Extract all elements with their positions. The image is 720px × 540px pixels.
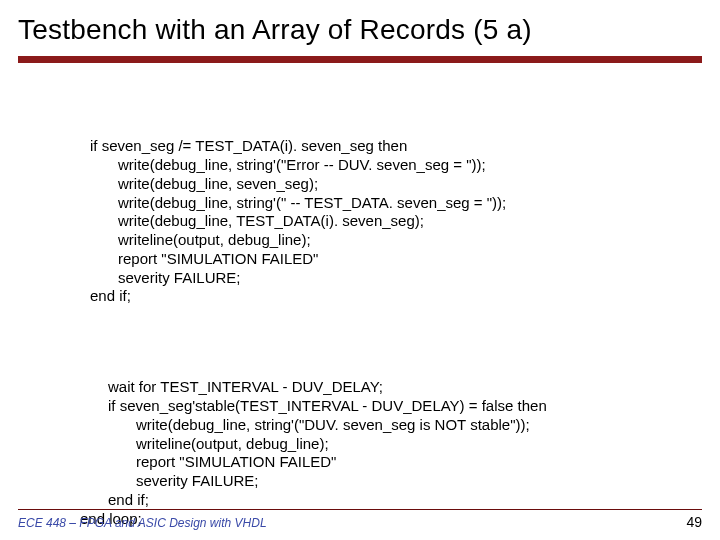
code-group-1: if seven_seg /= TEST_DATA(i). seven_seg …	[90, 119, 720, 307]
slide: Testbench with an Array of Records (5 a)…	[0, 0, 720, 540]
code-line: end if;	[90, 287, 131, 304]
title-rule	[18, 56, 702, 63]
code-line: write(debug_line, string'("DUV. seven_se…	[80, 416, 720, 435]
code-line: wait for TEST_INTERVAL - DUV_DELAY;	[80, 378, 720, 397]
code-block: if seven_seg /= TEST_DATA(i). seven_seg …	[0, 63, 720, 540]
code-line: end if;	[80, 491, 720, 510]
code-line: writeline(output, debug_line);	[80, 435, 720, 454]
footer: ECE 448 – FPGA and ASIC Design with VHDL…	[18, 514, 702, 530]
code-line: write(debug_line, string'("Error -- DUV.…	[90, 156, 720, 175]
slide-title: Testbench with an Array of Records (5 a)	[0, 0, 720, 56]
page-number: 49	[686, 514, 702, 530]
code-line: report "SIMULATION FAILED"	[90, 250, 720, 269]
footer-course: ECE 448 – FPGA and ASIC Design with VHDL	[18, 516, 267, 530]
code-line: write(debug_line, seven_seg);	[90, 175, 720, 194]
code-line: write(debug_line, string'(" -- TEST_DATA…	[90, 194, 720, 213]
code-group-2: wait for TEST_INTERVAL - DUV_DELAY;if se…	[80, 360, 720, 529]
code-line: severity FAILURE;	[90, 269, 720, 288]
code-line: severity FAILURE;	[80, 472, 720, 491]
code-line: if seven_seg'stable(TEST_INTERVAL - DUV_…	[80, 397, 720, 416]
code-line: write(debug_line, TEST_DATA(i). seven_se…	[90, 212, 720, 231]
footer-divider	[18, 509, 702, 510]
code-line: report "SIMULATION FAILED"	[80, 453, 720, 472]
code-line: writeline(output, debug_line);	[90, 231, 720, 250]
code-line: if seven_seg /= TEST_DATA(i). seven_seg …	[90, 137, 407, 154]
